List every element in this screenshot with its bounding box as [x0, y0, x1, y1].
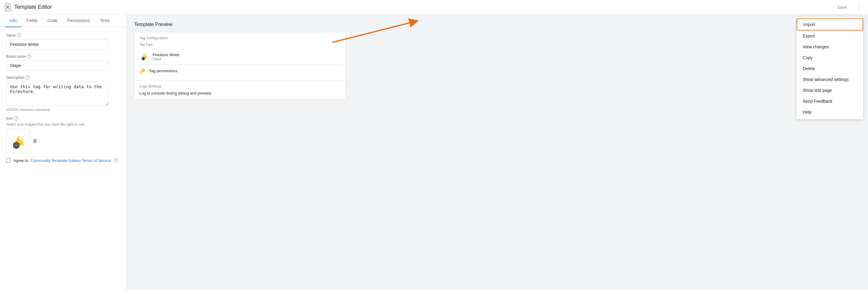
tag-type-icon	[139, 52, 149, 61]
tab-code[interactable]: Code	[42, 14, 62, 27]
tag-permissions-label: Tag permissions	[149, 69, 178, 73]
agree-label: Agree to	[13, 158, 28, 163]
dropdown-menu: Import Export View changes Copy Delete S…	[797, 17, 863, 119]
tag-type-name: Firestore Writer	[153, 53, 180, 57]
name-help-icon[interactable]: ?	[17, 33, 21, 37]
icon-box	[6, 129, 30, 153]
tag-type-info: Firestore Writer Stape	[153, 53, 180, 61]
tab-info[interactable]: Info	[5, 14, 22, 27]
tag-permissions-row: 🔑 Tag permissions	[139, 65, 341, 77]
tag-type-brand: Stape	[153, 57, 180, 61]
tag-type-row: Firestore Writer Stape	[139, 49, 341, 65]
logs-settings-label: Logs Settings	[139, 84, 341, 89]
icon-field-group: Icon ? Select only images that you have …	[6, 116, 121, 153]
close-button[interactable]: ✕	[5, 3, 10, 11]
tag-configuration-label: Tag Configuration	[134, 32, 345, 42]
dropdown-item-export[interactable]: Export	[797, 31, 863, 41]
dropdown-item-help[interactable]: Help	[797, 107, 863, 118]
dropdown-item-send-feedback[interactable]: Send Feedback	[797, 96, 863, 107]
tab-permissions[interactable]: Permissions	[62, 14, 95, 27]
tag-type-label: Tag Type	[139, 42, 341, 46]
icon-label: Icon ?	[6, 116, 121, 121]
key-icon: 🔑	[139, 68, 145, 74]
right-panel: Template Preview Tag Configuration Tag T…	[127, 14, 868, 290]
dropdown-item-test-page[interactable]: Show test page	[797, 85, 863, 96]
preview-title: Template Preview	[134, 22, 861, 27]
brand-name-input[interactable]	[6, 60, 109, 71]
firestore-icon	[10, 133, 27, 150]
terms-help-icon[interactable]: ?	[114, 158, 118, 163]
brand-name-label: Brand name ?	[6, 54, 121, 59]
more-options-button[interactable]: ⋮	[854, 2, 863, 12]
icon-preview: 🗑	[6, 129, 121, 153]
name-label: Name ?	[6, 33, 121, 37]
tab-fields[interactable]: Fields	[22, 14, 42, 27]
left-panel: Info Fields Code Permissions Tests Name …	[0, 14, 127, 290]
dropdown-item-copy[interactable]: Copy	[797, 52, 863, 63]
dropdown-item-view-changes[interactable]: View changes	[797, 41, 863, 52]
dropdown-item-delete[interactable]: Delete	[797, 63, 863, 74]
preview-card: Tag Configuration Tag Type	[134, 32, 346, 99]
tab-bar: Info Fields Code Permissions Tests	[0, 14, 127, 27]
brand-name-field-group: Brand name ?	[6, 54, 121, 71]
logs-value: Log to console during debug and preview	[139, 91, 341, 95]
header: ✕ Template Editor Save ⋮ Import Export V…	[0, 0, 868, 14]
header-actions: Save ⋮ Import Export View changes Copy D…	[832, 2, 863, 12]
char-count: 153/200 characters remaining	[6, 108, 121, 111]
logs-section: Logs Settings Log to console during debu…	[134, 80, 345, 99]
icon-help-icon[interactable]: ?	[14, 116, 19, 121]
page-title: Template Editor	[14, 4, 832, 10]
tag-type-section: Tag Type F	[134, 42, 345, 80]
form-content: Name ? Brand name ? Description ? U	[0, 27, 127, 169]
main-layout: Info Fields Code Permissions Tests Name …	[0, 14, 868, 290]
dropdown-item-import[interactable]: Import	[797, 19, 863, 31]
terms-link[interactable]: Community Template Gallery Terms of Serv…	[31, 158, 111, 163]
agree-checkbox-row: Agree to Community Template Gallery Term…	[6, 158, 121, 163]
tag-type-firestore-icon	[140, 52, 148, 61]
dropdown-item-advanced-settings[interactable]: Show advanced settings	[797, 74, 863, 85]
tab-tests[interactable]: Tests	[95, 14, 115, 27]
agree-checkbox[interactable]	[6, 158, 11, 163]
description-field-group: Description ? Use this tag for writing d…	[6, 75, 121, 111]
description-input[interactable]: Use this tag for writing data to the Fir…	[6, 82, 109, 106]
icon-subtitle: Select only images that you have the rig…	[6, 122, 121, 127]
name-field-group: Name ?	[6, 33, 121, 50]
description-label: Description ?	[6, 75, 121, 80]
name-input[interactable]	[6, 39, 109, 50]
save-button[interactable]: Save	[832, 2, 852, 12]
icon-delete-button[interactable]: 🗑	[33, 138, 37, 144]
brand-name-help-icon[interactable]: ?	[27, 54, 31, 59]
description-help-icon[interactable]: ?	[25, 75, 30, 80]
